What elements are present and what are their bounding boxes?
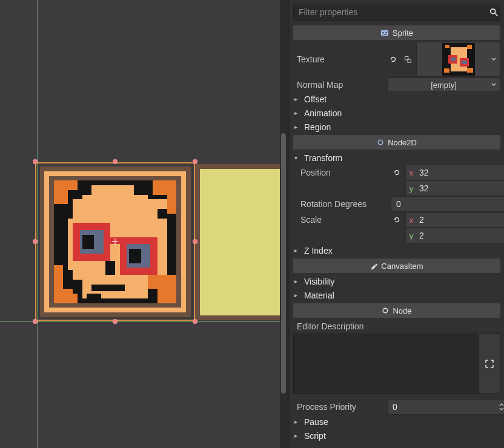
filter-row	[293, 4, 500, 21]
svg-point-60	[383, 308, 388, 313]
key-icon[interactable]	[402, 53, 414, 65]
position-y-field[interactable]: y	[405, 180, 504, 196]
foldout-offset[interactable]: ▸ Offset	[290, 92, 504, 106]
svg-rect-34	[105, 261, 115, 275]
position-y-input[interactable]	[417, 183, 504, 193]
node-icon	[382, 307, 389, 314]
revert-icon[interactable]	[391, 166, 403, 179]
svg-rect-6	[54, 265, 64, 289]
viewport-scrollbar[interactable]	[280, 0, 287, 448]
foldout-transform[interactable]: ▾ Transform	[290, 151, 504, 165]
rotation-field[interactable]	[391, 196, 504, 212]
selection-handle[interactable]	[33, 319, 38, 324]
selection-handle[interactable]	[193, 239, 197, 244]
section-sprite[interactable]: Sprite	[293, 25, 500, 40]
process-priority-input[interactable]	[393, 402, 499, 412]
chevron-right-icon: ▸	[294, 110, 300, 116]
scale-y-field[interactable]: y	[405, 228, 504, 243]
foldout-pause-label: Pause	[304, 417, 328, 427]
canvas-viewport[interactable]	[0, 0, 287, 448]
selection-handle[interactable]	[193, 319, 197, 324]
property-position-y: y	[290, 180, 504, 196]
foldout-material[interactable]: ▸ Material	[290, 288, 504, 302]
editor-description-textarea[interactable]	[293, 334, 479, 394]
property-scale-y: y	[290, 228, 504, 243]
chevron-down-icon	[491, 82, 496, 87]
selection-handle[interactable]	[113, 319, 118, 324]
axis-y-label: y	[406, 231, 417, 240]
foldout-visibility-label: Visibility	[304, 277, 334, 286]
foldout-script[interactable]: ▸ Script	[290, 429, 504, 443]
normal-map-slot[interactable]: [empty]	[387, 77, 500, 92]
section-node2d-label: Node2D	[388, 138, 417, 147]
sprite-icon	[380, 28, 389, 37]
selection-handle[interactable]	[33, 159, 38, 164]
search-icon[interactable]	[488, 6, 500, 18]
svg-rect-9	[167, 195, 177, 214]
chevron-down-icon	[491, 57, 496, 62]
selection-handle[interactable]	[33, 239, 38, 244]
expand-button[interactable]	[479, 334, 500, 394]
expand-icon	[485, 359, 494, 369]
svg-rect-45	[466, 45, 471, 49]
process-priority-label: Process Priority	[293, 402, 387, 412]
selection-handle[interactable]	[113, 159, 118, 164]
section-sprite-label: Sprite	[393, 28, 413, 38]
selection-handle[interactable]	[193, 159, 197, 164]
texture-slot[interactable]	[416, 42, 500, 77]
property-scale: Scale x	[290, 212, 504, 228]
property-position: Position x	[290, 165, 504, 180]
rotation-input[interactable]	[396, 199, 502, 209]
canvasitem-icon	[370, 262, 377, 269]
filter-properties-input[interactable]	[294, 7, 488, 17]
position-x-field[interactable]: x	[405, 165, 504, 180]
section-node2d[interactable]: Node2D	[293, 135, 500, 150]
sprite-secondary	[195, 164, 287, 320]
foldout-offset-label: Offset	[304, 94, 327, 104]
property-process-priority: Process Priority	[290, 399, 504, 415]
position-x-input[interactable]	[417, 168, 504, 177]
axis-x-label: x	[406, 216, 417, 225]
node2d-icon	[377, 139, 384, 146]
axis-x-label: x	[406, 168, 417, 177]
process-priority-field[interactable]	[387, 399, 504, 415]
svg-rect-4	[54, 180, 78, 190]
foldout-animation-label: Animation	[304, 108, 342, 118]
editor-description-label: Editor Description	[293, 321, 500, 331]
svg-rect-16	[82, 185, 92, 195]
svg-rect-47	[466, 68, 472, 73]
foldout-material-label: Material	[304, 291, 334, 300]
svg-rect-31	[120, 268, 158, 275]
chevron-right-icon: ▸	[294, 418, 300, 425]
foldout-transform-label: Transform	[304, 153, 342, 163]
foldout-pause[interactable]: ▸ Pause	[290, 415, 504, 429]
section-node[interactable]: Node	[293, 303, 500, 318]
svg-rect-33	[129, 249, 141, 263]
svg-line-37	[495, 13, 497, 16]
foldout-region[interactable]: ▸ Region	[290, 120, 504, 134]
svg-rect-58	[462, 61, 466, 65]
svg-point-36	[491, 9, 496, 14]
scale-x-input[interactable]	[417, 215, 504, 225]
svg-rect-10	[148, 275, 176, 289]
foldout-z-index[interactable]: ▸ Z Index	[290, 243, 504, 257]
pivot-crosshair[interactable]	[112, 239, 118, 245]
axis-y-label: y	[406, 184, 417, 193]
foldout-visibility[interactable]: ▸ Visibility	[290, 274, 504, 288]
scale-y-input[interactable]	[417, 231, 504, 240]
svg-rect-57	[459, 64, 468, 66]
scale-x-field[interactable]: x	[405, 212, 504, 228]
revert-icon[interactable]	[387, 53, 399, 65]
chevron-down-icon: ▾	[294, 154, 300, 161]
svg-rect-5	[54, 190, 68, 204]
svg-rect-19	[73, 280, 82, 294]
svg-rect-52	[448, 61, 457, 63]
revert-icon[interactable]	[391, 214, 403, 226]
section-canvasitem[interactable]: CanvasItem	[293, 259, 500, 273]
foldout-animation[interactable]: ▸ Animation	[290, 106, 504, 120]
chevron-right-icon: ▸	[294, 96, 300, 102]
svg-rect-20	[87, 294, 101, 303]
position-label: Position	[297, 168, 391, 177]
texture-label: Texture	[293, 54, 387, 64]
spinner-icon[interactable]	[499, 403, 504, 411]
